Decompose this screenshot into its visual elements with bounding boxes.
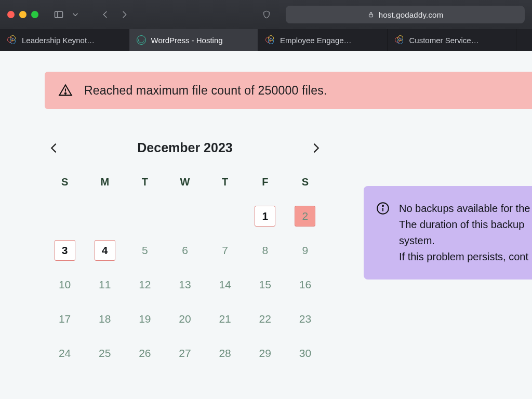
calendar-day-number: 16: [295, 274, 315, 295]
calendar-day[interactable]: 7: [205, 235, 245, 266]
calendar-day[interactable]: 28: [205, 338, 245, 369]
calendar-day[interactable]: 1: [245, 201, 285, 232]
forward-button[interactable]: [116, 7, 132, 22]
calendar-day[interactable]: 27: [165, 338, 205, 369]
calendar-day-number: 8: [255, 240, 275, 261]
calendar-day-number: 11: [95, 274, 115, 295]
dow-label: T: [205, 173, 245, 191]
calendar-day[interactable]: 17: [45, 303, 85, 335]
calendar-day[interactable]: 26: [125, 338, 165, 369]
calendar-day-number: 24: [55, 343, 75, 364]
calendar-day-number: 3: [55, 240, 75, 261]
calendar-day: [165, 201, 205, 232]
calendar-day[interactable]: 10: [45, 269, 85, 300]
calendar-day[interactable]: 16: [285, 269, 325, 300]
calendar-day[interactable]: 12: [125, 269, 165, 300]
calendar-day: [85, 201, 125, 232]
calendar-day[interactable]: 5: [125, 235, 165, 266]
url-host: host.godaddy.com: [379, 10, 444, 19]
calendar-body: 1234567891011121314151617181920212223242…: [45, 201, 325, 369]
tab-label: Customer Service…: [409, 36, 479, 45]
calendar-day[interactable]: 15: [245, 269, 285, 300]
favicon-rings-icon: [395, 35, 404, 45]
backup-calendar: December 2023 S M T W T F S 123456789101…: [45, 140, 325, 369]
calendar-day[interactable]: 24: [45, 338, 85, 369]
lock-icon: [367, 11, 375, 18]
info-icon: [376, 202, 390, 215]
calendar-day[interactable]: 21: [205, 303, 245, 335]
window-zoom-button[interactable]: [31, 11, 38, 18]
calendar-day: [125, 201, 165, 232]
tab-customer-service[interactable]: Customer Service…: [388, 29, 517, 51]
calendar-day-number: [175, 206, 195, 227]
window-titlebar: host.godaddy.com: [0, 0, 532, 29]
url-bar[interactable]: host.godaddy.com: [286, 6, 525, 23]
calendar-day-number: 22: [255, 309, 275, 329]
calendar-week: 24252627282930: [45, 338, 325, 369]
svg-rect-2: [369, 14, 373, 17]
calendar-day[interactable]: 30: [285, 338, 325, 369]
calendar-next-button[interactable]: [309, 141, 323, 155]
calendar-week: 17181920212223: [45, 303, 325, 335]
calendar-day-number: 1: [255, 206, 275, 227]
window-minimize-button[interactable]: [19, 11, 26, 18]
calendar-dow-row: S M T W T F S: [45, 173, 325, 191]
calendar-day-number: 2: [295, 206, 315, 227]
calendar-day[interactable]: 18: [85, 303, 125, 335]
privacy-shield-icon[interactable]: [259, 7, 274, 22]
calendar-day[interactable]: 4: [85, 235, 125, 266]
tab-wordpress-hosting[interactable]: WordPress - Hosting: [129, 29, 259, 51]
calendar-day[interactable]: 3: [45, 235, 85, 266]
calendar-day-number: 27: [175, 343, 195, 364]
info-panel: No backups available for the The duratio…: [364, 186, 532, 280]
error-alert: Reached maximum file count of 250000 fil…: [45, 72, 532, 109]
dow-label: S: [45, 173, 85, 191]
calendar-day[interactable]: 14: [205, 269, 245, 300]
calendar-day[interactable]: 6: [165, 235, 205, 266]
calendar-day-number: 28: [215, 343, 235, 364]
window-close-button[interactable]: [7, 11, 15, 18]
calendar-day-number: 4: [95, 240, 115, 261]
tab-overflow[interactable]: [516, 29, 532, 51]
calendar-day[interactable]: 2: [285, 201, 325, 232]
tab-label: Employee Engage…: [280, 36, 352, 45]
calendar-day[interactable]: 29: [245, 338, 285, 369]
calendar-day[interactable]: 23: [285, 303, 325, 335]
tab-label: Leadership Keynot…: [22, 36, 95, 45]
calendar-day-number: 20: [175, 309, 195, 329]
calendar-day[interactable]: 20: [165, 303, 205, 335]
calendar-day-number: 19: [135, 309, 155, 329]
svg-point-7: [382, 205, 383, 206]
dow-label: S: [285, 173, 325, 191]
calendar-day-number: 17: [55, 309, 75, 329]
calendar-day[interactable]: 11: [85, 269, 125, 300]
tab-leadership[interactable]: Leadership Keynot…: [0, 29, 129, 51]
calendar-day[interactable]: 13: [165, 269, 205, 300]
calendar-day-number: 25: [95, 343, 115, 364]
calendar-day[interactable]: 22: [245, 303, 285, 335]
calendar-day-number: 13: [175, 274, 195, 295]
svg-rect-0: [55, 11, 63, 18]
sidebar-toggle-button[interactable]: [51, 7, 66, 22]
calendar-day-number: 7: [215, 240, 235, 261]
back-button[interactable]: [98, 7, 113, 22]
sidebar-menu-button[interactable]: [68, 7, 83, 22]
calendar-day[interactable]: 8: [245, 235, 285, 266]
page-content: Reached maximum file count of 250000 fil…: [0, 51, 532, 399]
info-line: No backups available for the: [399, 201, 530, 217]
nav-arrows: [98, 7, 132, 22]
calendar-day-number: 10: [55, 274, 75, 295]
calendar-day-number: [55, 206, 75, 227]
calendar-header: December 2023: [45, 140, 325, 155]
warning-triangle-icon: [58, 83, 73, 98]
tab-employee-engage[interactable]: Employee Engage…: [258, 29, 388, 51]
calendar-day[interactable]: 25: [85, 338, 125, 369]
calendar-day[interactable]: 9: [285, 235, 325, 266]
calendar-prev-button[interactable]: [47, 141, 61, 155]
calendar-day-number: 30: [295, 343, 315, 364]
calendar-day[interactable]: 19: [125, 303, 165, 335]
calendar-day-number: [135, 206, 155, 227]
calendar-day-number: 15: [255, 274, 275, 295]
tab-strip: Leadership Keynot… WordPress - Hosting E…: [0, 29, 532, 51]
calendar-day-number: 21: [215, 309, 235, 329]
